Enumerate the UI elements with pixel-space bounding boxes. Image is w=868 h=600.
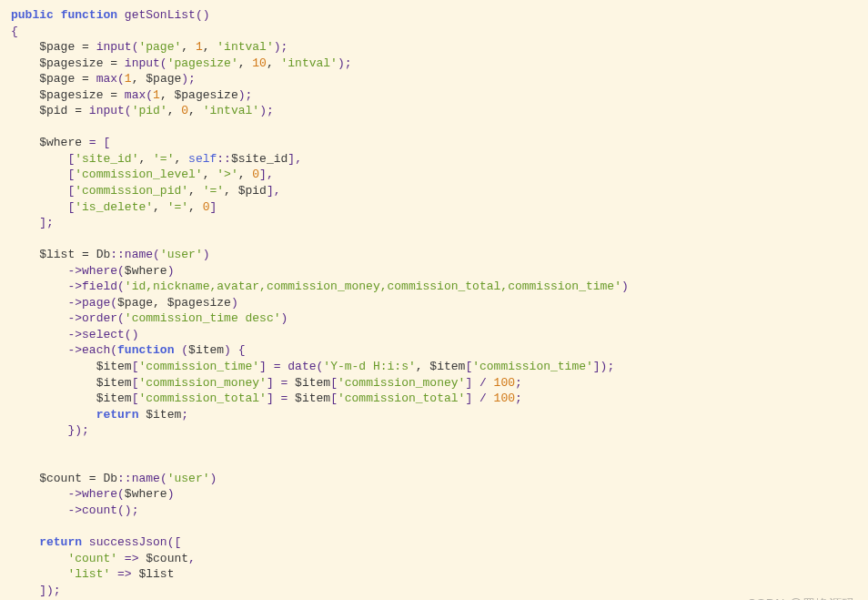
watermark: CSDN @罗峰源码 [747, 595, 855, 600]
kw-function: function [61, 8, 117, 22]
code-block: public function getSonList() { $page = i… [11, 7, 857, 600]
kw-public: public [11, 8, 54, 22]
fn-name: getSonList [125, 8, 196, 22]
